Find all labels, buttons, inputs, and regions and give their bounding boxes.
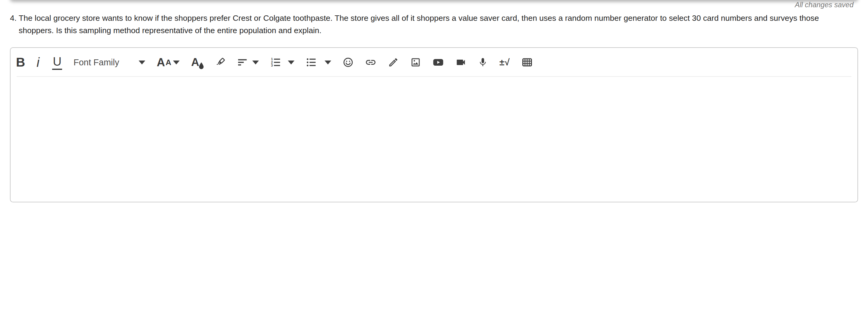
emoji-icon [343,57,353,68]
equation-icon: ±√ [499,57,510,67]
highlighter-button[interactable] [215,57,226,68]
ordered-list-icon: 1 2 3 [270,57,281,68]
chevron-down-icon [173,61,180,64]
video-camera-icon [456,57,466,68]
microphone-icon [478,57,488,67]
chevron-down-icon [324,61,331,64]
question-text: The local grocery store wants to know if… [19,12,854,37]
chevron-down-icon [252,61,259,64]
bold-icon: B [16,55,25,70]
droplet-icon [198,62,204,70]
italic-icon: i [36,55,41,70]
align-dropdown[interactable] [237,57,259,68]
record-video-button[interactable] [456,57,466,68]
youtube-icon [433,57,444,68]
link-button[interactable] [365,57,376,68]
autosave-status: All changes saved [795,1,854,9]
record-audio-button[interactable] [478,57,488,67]
svg-text:3: 3 [271,64,273,67]
underline-button[interactable]: U [52,55,62,70]
table-icon [521,57,533,68]
font-size-dropdown[interactable]: A A [157,56,180,69]
font-color-icon: A [191,56,199,69]
font-family-label: Font Family [73,58,119,67]
link-icon [365,57,376,68]
insert-table-button[interactable] [521,57,533,68]
pencil-icon [388,57,399,68]
emoji-button[interactable] [343,57,353,68]
font-size-icon: A [157,56,165,69]
ordered-list-dropdown[interactable]: 1 2 3 [270,57,294,68]
underline-icon: U [52,55,62,70]
italic-button[interactable]: i [36,55,41,70]
insert-image-button[interactable] [410,57,421,68]
align-left-icon [237,57,248,68]
image-icon [410,57,421,68]
bold-button[interactable]: B [16,55,25,70]
equation-button[interactable]: ±√ [499,57,510,67]
font-color-button[interactable]: A [191,56,204,69]
highlighter-icon [215,57,226,68]
chevron-down-icon [288,61,294,64]
unordered-list-dropdown[interactable] [306,57,331,68]
chevron-down-icon [138,61,145,64]
unordered-list-icon [306,57,317,68]
draw-button[interactable] [388,57,399,68]
editor-content[interactable] [10,77,858,202]
font-family-dropdown[interactable]: Font Family [73,58,145,67]
youtube-button[interactable] [433,57,444,68]
editor-toolbar: B i U Font Family A A A [10,48,858,77]
question-item: 4. The local grocery store wants to know… [10,12,854,37]
rich-text-editor: B i U Font Family A A A [10,47,858,202]
question-number: 4. [10,12,19,24]
